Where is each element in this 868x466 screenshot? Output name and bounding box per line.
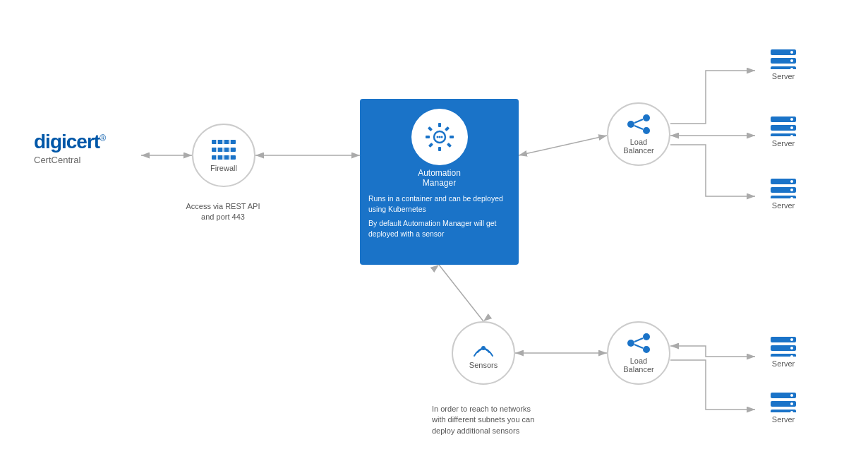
- svg-point-44: [790, 118, 793, 121]
- svg-point-38: [790, 51, 793, 54]
- svg-point-26: [643, 127, 650, 134]
- svg-point-21: [436, 136, 438, 138]
- svg-line-4: [439, 265, 483, 321]
- svg-rect-13: [438, 123, 441, 127]
- automation-desc-1: Runs in a container and can be deployed …: [360, 193, 519, 214]
- svg-rect-20: [428, 143, 433, 148]
- svg-point-45: [790, 126, 793, 129]
- server-top-2-label: Server: [772, 139, 795, 148]
- svg-rect-17: [427, 126, 432, 131]
- svg-point-63: [790, 402, 793, 405]
- svg-rect-14: [438, 147, 441, 151]
- svg-point-50: [790, 180, 793, 183]
- digicert-logo: digicert® CertCentral: [34, 131, 105, 165]
- svg-point-56: [790, 338, 793, 341]
- server-bottom-1-label: Server: [772, 359, 795, 368]
- svg-line-34: [634, 345, 643, 348]
- product-name: CertCentral: [34, 155, 105, 165]
- svg-line-33: [634, 338, 643, 342]
- server-top-2-icon: [769, 115, 797, 136]
- svg-rect-15: [426, 136, 430, 138]
- sensors-node: Sensors: [452, 321, 515, 385]
- automation-manager-box: AutomationManager Runs in a container an…: [360, 99, 519, 265]
- svg-point-39: [790, 59, 793, 62]
- automation-gear-icon: [424, 121, 455, 153]
- svg-line-27: [634, 119, 643, 123]
- svg-point-23: [440, 136, 442, 138]
- lb-bottom-label: LoadBalancer: [623, 357, 653, 374]
- load-balancer-top-icon: [625, 114, 652, 135]
- svg-point-57: [790, 347, 793, 350]
- server-bottom-1-icon: [769, 335, 797, 357]
- svg-point-25: [643, 114, 650, 121]
- automation-desc-2: By default Automation Manager will get d…: [360, 218, 519, 239]
- server-bottom-1: Server: [755, 335, 812, 368]
- load-balancer-bottom-icon: [625, 333, 652, 354]
- svg-point-31: [643, 333, 650, 340]
- svg-rect-18: [446, 143, 451, 148]
- svg-rect-19: [444, 126, 449, 131]
- lb-top-label: LoadBalancer: [623, 138, 653, 155]
- server-bottom-2-label: Server: [772, 415, 795, 424]
- server-top-3: Server: [755, 177, 812, 210]
- svg-point-32: [643, 346, 650, 353]
- sensor-icon: [471, 337, 496, 358]
- sensors-label: Sensors: [469, 361, 498, 369]
- server-top-3-label: Server: [772, 201, 795, 210]
- svg-point-51: [790, 189, 793, 191]
- access-label: Access via REST APIand port 443: [181, 201, 265, 223]
- server-top-1-icon: [769, 48, 797, 69]
- server-top-1: Server: [755, 48, 812, 80]
- sensor-description: In order to reach to networks with diffe…: [432, 404, 545, 436]
- svg-point-22: [438, 136, 440, 138]
- automation-manager-icon-circle: [411, 109, 468, 165]
- svg-line-2: [519, 136, 607, 155]
- firewall-icon: [210, 138, 237, 161]
- firewall-label: Firewall: [210, 164, 237, 172]
- svg-point-24: [627, 121, 634, 128]
- firewall-node: Firewall: [192, 124, 255, 187]
- server-bottom-2: Server: [755, 391, 812, 424]
- automation-manager-title: AutomationManager: [360, 168, 519, 188]
- svg-point-30: [627, 340, 634, 347]
- server-top-3-icon: [769, 177, 797, 198]
- svg-rect-10: [222, 138, 224, 161]
- brand-name: digicert®: [34, 131, 105, 153]
- server-bottom-2-icon: [769, 391, 797, 412]
- server-top-1-label: Server: [772, 72, 795, 80]
- svg-rect-9: [216, 138, 218, 161]
- svg-rect-16: [450, 136, 454, 138]
- svg-line-28: [634, 126, 643, 129]
- server-top-2: Server: [755, 115, 812, 148]
- load-balancer-bottom-node: LoadBalancer: [607, 321, 670, 385]
- load-balancer-top-node: LoadBalancer: [607, 102, 670, 166]
- svg-point-62: [790, 394, 793, 397]
- svg-rect-11: [229, 138, 231, 161]
